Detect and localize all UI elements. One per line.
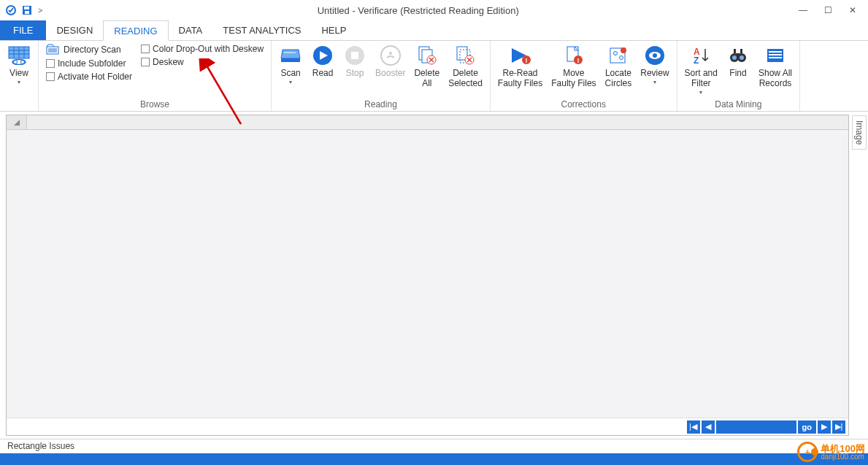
chevron-down-icon: ▾ [18, 79, 20, 85]
svg-rect-57 [769, 54, 782, 55]
sort-filter-button[interactable]: AZ Sort and Filter ▾ [680, 42, 722, 97]
reread-faulty-button[interactable]: ! Re-Read Faulty Files [493, 42, 547, 91]
title-bar: > Untitled - Verificare (Restricted Read… [0, 0, 868, 20]
chevron-down-icon: ▾ [289, 79, 292, 85]
quick-access-toolbar: > [0, 4, 42, 17]
svg-point-42 [621, 47, 626, 53]
svg-text:!: ! [577, 57, 579, 64]
svg-point-51 [740, 55, 744, 60]
show-all-records-button[interactable]: Show All Records [754, 42, 796, 91]
grid-body[interactable] [7, 130, 848, 418]
include-subfolder-checkbox[interactable]: Include Subfolder [46, 58, 132, 69]
status-bar [0, 453, 868, 465]
grid-view-icon [7, 44, 31, 67]
tab-design[interactable]: DESIGN [46, 20, 103, 40]
svg-point-45 [653, 53, 657, 58]
delete-all-icon [415, 44, 439, 67]
nav-prev-button[interactable]: ◀ [702, 420, 715, 434]
chevron-down-icon: ▾ [653, 79, 656, 85]
read-button[interactable]: Read [307, 42, 339, 80]
delete-selected-icon [453, 44, 477, 67]
qat-dropdown-marker[interactable]: > [37, 6, 42, 15]
booster-button[interactable]: Booster [371, 42, 410, 80]
nav-scrollbar[interactable] [716, 420, 796, 434]
svg-point-41 [619, 56, 623, 60]
data-grid[interactable]: |◀ ◀ go ▶ ▶| [6, 115, 849, 436]
group-label-data-mining: Data Mining [680, 98, 796, 111]
move-faulty-button[interactable]: ! Move Faulty Files [547, 42, 600, 91]
checkbox-icon [46, 72, 55, 81]
nav-go-button[interactable]: go [798, 420, 816, 434]
deskew-checkbox[interactable]: Deskew [141, 57, 264, 67]
binoculars-icon [726, 44, 750, 67]
color-dropout-deskew-checkbox[interactable]: Color Drop-Out with Deskew [141, 44, 264, 54]
svg-text:!: ! [525, 57, 527, 64]
tab-file[interactable]: FILE [0, 20, 46, 40]
folder-scan-icon [46, 44, 61, 55]
booster-icon [379, 44, 402, 67]
records-icon [764, 44, 787, 67]
svg-rect-52 [734, 49, 736, 53]
find-button[interactable]: Find [722, 42, 754, 80]
svg-point-11 [14, 61, 18, 64]
svg-rect-2 [24, 7, 29, 9]
locate-circles-button[interactable]: Locate Circles [601, 42, 637, 91]
svg-point-23 [389, 52, 392, 55]
svg-point-12 [21, 61, 25, 64]
grid-header [7, 115, 848, 130]
svg-rect-17 [281, 58, 300, 62]
scan-button[interactable]: Scan ▾ [274, 42, 307, 87]
ribbon-tabs: FILE DESIGN READING DATA TEST ANALYTICS … [0, 20, 868, 41]
app-icon[interactable] [4, 4, 18, 17]
nav-last-button[interactable]: ▶| [832, 420, 845, 434]
tab-reading[interactable]: READING [103, 20, 168, 41]
watermark: + 单机100网 danji100.com [797, 442, 865, 462]
image-panel-tab[interactable]: Image [852, 115, 867, 150]
delete-selected-button[interactable]: Delete Selected [444, 42, 487, 91]
delete-all-button[interactable]: Delete All [410, 42, 444, 91]
svg-rect-54 [736, 53, 740, 55]
directory-scan-button[interactable]: Directory Scan [46, 44, 132, 55]
checkbox-icon [46, 59, 55, 68]
eye-icon [643, 44, 667, 67]
svg-rect-21 [351, 52, 358, 59]
stop-button[interactable]: Stop [339, 42, 371, 80]
checkbox-icon [141, 58, 150, 66]
group-label-browse: Browse [42, 98, 268, 111]
tab-help[interactable]: HELP [311, 20, 356, 40]
svg-rect-3 [25, 11, 29, 14]
scanner-icon [279, 44, 302, 67]
review-button[interactable]: Review ▾ [636, 42, 673, 87]
group-label-reading: Reading [274, 98, 487, 111]
svg-rect-56 [769, 51, 782, 53]
svg-rect-58 [769, 57, 782, 58]
group-label-corrections: Corrections [493, 98, 674, 111]
view-label: View [9, 69, 28, 79]
svg-rect-53 [740, 49, 742, 53]
locate-circles-icon [607, 44, 630, 67]
svg-point-40 [613, 52, 617, 55]
window-title: Untitled - Verificare (Restricted Readin… [42, 5, 794, 16]
nav-next-button[interactable]: ▶ [818, 420, 831, 434]
play-alert-icon: ! [509, 44, 532, 67]
watermark-logo-icon: + [797, 442, 818, 462]
sort-az-icon: AZ [689, 44, 713, 67]
stop-icon [343, 44, 366, 67]
tab-data[interactable]: DATA [169, 20, 213, 40]
grid-navigator: |◀ ◀ go ▶ ▶| [7, 418, 848, 435]
rectangle-issues-panel-header[interactable]: Rectangle Issues [0, 439, 868, 453]
chevron-down-icon: ▾ [699, 89, 702, 96]
view-button[interactable]: View ▾ [3, 42, 35, 87]
grid-select-all-corner[interactable] [7, 115, 27, 129]
svg-point-50 [732, 55, 737, 60]
maximize-button[interactable]: ☐ [818, 3, 837, 18]
svg-text:Z: Z [694, 55, 699, 65]
activate-hot-folder-checkbox[interactable]: Activate Hot Folder [46, 72, 132, 82]
document-alert-icon: ! [562, 44, 585, 67]
ribbon: View ▾ Directory Scan Include Subfolder … [0, 41, 868, 112]
save-icon[interactable] [20, 4, 34, 17]
nav-first-button[interactable]: |◀ [687, 420, 700, 434]
minimize-button[interactable]: — [794, 3, 813, 18]
close-button[interactable]: ✕ [843, 3, 862, 18]
tab-test-analytics[interactable]: TEST ANALYTICS [212, 20, 311, 40]
